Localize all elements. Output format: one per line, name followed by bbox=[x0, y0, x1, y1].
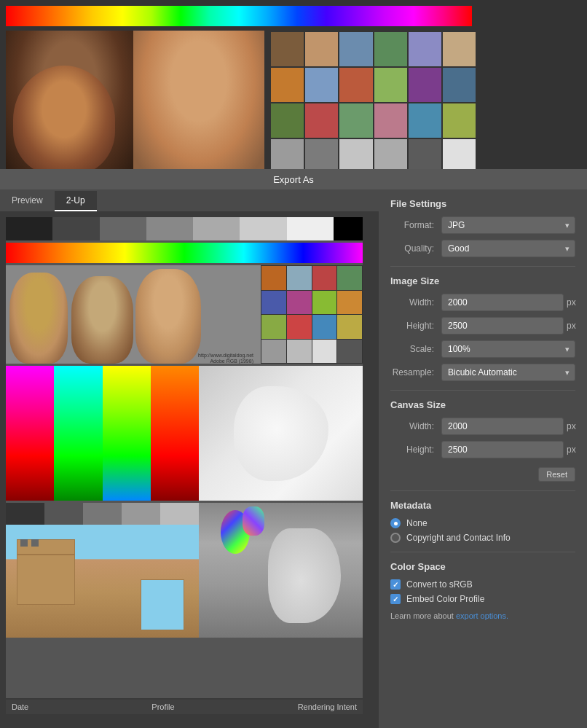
preview-color-grid bbox=[261, 265, 363, 364]
bottom-section-lower bbox=[6, 503, 363, 638]
canvas-width-label: Width: bbox=[390, 421, 441, 431]
resample-select[interactable]: Nearest Neighbor Bilinear Bicubic Bicubi… bbox=[441, 364, 575, 381]
divider-4 bbox=[390, 552, 575, 552]
img-height-row: Height: 2500 px bbox=[390, 317, 575, 334]
divider-1 bbox=[390, 266, 575, 267]
embed-profile-label: Embed Color Profile bbox=[406, 594, 484, 604]
img-width-row: Width: 2000 px bbox=[390, 294, 575, 311]
canvas-width-unit: px bbox=[567, 421, 576, 431]
canvas-width-row: Width: px bbox=[390, 418, 575, 435]
learn-more: Learn more about export options. bbox=[390, 611, 575, 620]
convert-srgb-row: Convert to sRGB bbox=[390, 579, 575, 590]
rainbow-bar-preview bbox=[6, 243, 363, 263]
export-as-bar: Export As bbox=[0, 169, 587, 189]
quality-select-wrapper[interactable]: Low Medium Good Better Best bbox=[441, 240, 575, 257]
face2 bbox=[133, 31, 264, 175]
learn-more-text: Learn more about bbox=[390, 611, 456, 620]
photos-row: http://www.digitaldog.net Adobe RGB (199… bbox=[6, 265, 363, 364]
canvas-size-title: Canvas Size bbox=[390, 399, 575, 410]
format-row: Format: JPG PNG GIF WebP bbox=[390, 216, 575, 234]
resample-label: Resample: bbox=[390, 367, 441, 377]
dog-photo-area bbox=[199, 366, 363, 501]
quality-row: Quality: Low Medium Good Better Best bbox=[390, 240, 575, 257]
canvas-width-input[interactable] bbox=[441, 418, 564, 435]
footer-bar: Date Profile Rendering Intent bbox=[6, 700, 363, 714]
rainbow-bar-top bbox=[6, 6, 472, 26]
footer-profile: Profile bbox=[151, 702, 174, 711]
tab-preview[interactable]: Preview bbox=[0, 191, 55, 211]
preview-faces: http://www.digitaldog.net Adobe RGB (199… bbox=[6, 265, 261, 364]
img-height-unit: px bbox=[567, 321, 576, 331]
color-space-title: Color Space bbox=[390, 561, 575, 572]
export-options-link[interactable]: export options. bbox=[456, 611, 508, 620]
img-width-input[interactable]: 2000 bbox=[441, 294, 564, 311]
format-select-wrapper[interactable]: JPG PNG GIF WebP bbox=[441, 216, 575, 234]
left-panel: Preview 2-Up bbox=[0, 189, 379, 728]
metadata-copyright-label: Copyright and Contact Info bbox=[406, 533, 511, 543]
sketch-area bbox=[199, 503, 363, 638]
faces-photo-area bbox=[6, 31, 264, 175]
divider-3 bbox=[390, 490, 575, 491]
metadata-title: Metadata bbox=[390, 500, 575, 511]
footer-rendering: Rendering Intent bbox=[298, 702, 357, 711]
metadata-none-row: None bbox=[390, 518, 575, 528]
bottom-section-top bbox=[6, 366, 363, 501]
tabs-bar: Preview 2-Up bbox=[0, 189, 379, 211]
quality-label: Quality: bbox=[390, 243, 441, 254]
embed-profile-checkbox[interactable] bbox=[390, 594, 401, 604]
gray-bars bbox=[6, 217, 363, 240]
reset-button[interactable]: Reset bbox=[538, 467, 575, 482]
preview-container: http://www.digitaldog.net Adobe RGB (199… bbox=[0, 211, 379, 728]
file-settings-title: File Settings bbox=[390, 198, 575, 209]
divider-2 bbox=[390, 390, 575, 391]
canvas-height-input[interactable] bbox=[441, 441, 564, 458]
building-area bbox=[6, 503, 199, 638]
img-width-label: Width: bbox=[390, 297, 441, 308]
tab-2up[interactable]: 2-Up bbox=[55, 191, 97, 211]
quality-select[interactable]: Low Medium Good Better Best bbox=[441, 240, 575, 257]
resample-select-wrapper[interactable]: Nearest Neighbor Bilinear Bicubic Bicubi… bbox=[441, 364, 575, 381]
format-select[interactable]: JPG PNG GIF WebP bbox=[441, 216, 575, 234]
face1 bbox=[6, 31, 133, 175]
metadata-none-radio[interactable] bbox=[390, 518, 401, 528]
reset-container: Reset bbox=[390, 464, 575, 482]
metadata-copyright-radio[interactable] bbox=[390, 533, 401, 543]
scale-row: Scale: 25% 50% 75% 100% 150% 200% bbox=[390, 340, 575, 358]
metadata-copyright-row: Copyright and Contact Info bbox=[390, 533, 575, 543]
main-area: Preview 2-Up bbox=[0, 189, 587, 728]
preview-image: http://www.digitaldog.net Adobe RGB (199… bbox=[6, 217, 363, 698]
top-preview-area: Export As bbox=[0, 0, 587, 189]
resample-row: Resample: Nearest Neighbor Bilinear Bicu… bbox=[390, 364, 575, 381]
scale-select[interactable]: 25% 50% 75% 100% 150% 200% bbox=[441, 340, 575, 358]
footer-date: Date bbox=[12, 702, 28, 711]
scale-label: Scale: bbox=[390, 344, 441, 354]
convert-srgb-checkbox[interactable] bbox=[390, 579, 401, 590]
image-size-title: Image Size bbox=[390, 275, 575, 286]
canvas-height-row: Height: px bbox=[390, 441, 575, 458]
img-height-label: Height: bbox=[390, 321, 441, 331]
export-as-label: Export As bbox=[273, 174, 314, 185]
convert-srgb-label: Convert to sRGB bbox=[406, 579, 473, 590]
canvas-height-unit: px bbox=[567, 445, 576, 455]
img-height-input[interactable]: 2500 bbox=[441, 317, 564, 334]
metadata-none-label: None bbox=[406, 518, 428, 528]
embed-profile-row: Embed Color Profile bbox=[390, 594, 575, 604]
img-width-unit: px bbox=[567, 297, 576, 308]
canvas-height-label: Height: bbox=[390, 445, 441, 455]
color-bars bbox=[6, 366, 199, 501]
right-panel: File Settings Format: JPG PNG GIF WebP Q… bbox=[379, 189, 587, 728]
color-chart-top bbox=[269, 31, 477, 175]
format-label: Format: bbox=[390, 220, 441, 230]
scale-select-wrapper[interactable]: 25% 50% 75% 100% 150% 200% bbox=[441, 340, 575, 358]
